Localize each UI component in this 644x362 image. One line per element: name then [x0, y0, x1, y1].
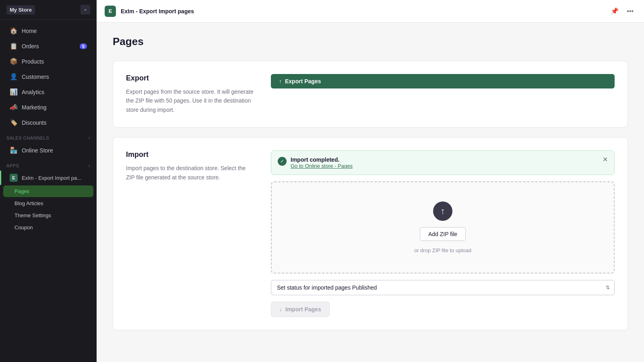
import-pages-button: ↓ Import Pages — [271, 302, 330, 317]
store-name: My Store — [6, 5, 35, 14]
sidebar-item-online-store[interactable]: 🏪 Online Store — [3, 143, 93, 158]
more-button[interactable]: ••• — [624, 6, 636, 16]
online-store-pages-link[interactable]: Go to Online store - Pages — [291, 163, 353, 169]
sidebar-marketing-label: Marketing — [22, 104, 46, 111]
topbar: E ExIm - Export Import pages 📌 ••• — [97, 0, 644, 23]
sidebar-item-marketing[interactable]: 📣 Marketing — [3, 100, 93, 115]
add-zip-button[interactable]: Add ZIP file — [420, 227, 466, 241]
sidebar-item-discounts[interactable]: 🏷️ Discounts — [3, 115, 93, 130]
import-section-left: Import Import pages to the destination s… — [126, 150, 255, 182]
page-title: Pages — [113, 35, 628, 48]
exim-app-icon: E — [10, 174, 18, 182]
sidebar-sub-item-theme-settings[interactable]: Theme Settings — [3, 210, 93, 221]
active-indicator — [0, 171, 1, 185]
sidebar-analytics-label: Analytics — [22, 89, 44, 95]
orders-badge: 5 — [80, 43, 87, 49]
topbar-actions: 📌 ••• — [608, 6, 636, 16]
sidebar-sub-item-blog-articles[interactable]: Blog Articles — [3, 197, 93, 209]
import-success-title: Import completed. — [291, 156, 353, 163]
sales-channels-section: Sales channels › — [0, 130, 97, 142]
orders-icon: 📋 — [10, 42, 18, 50]
import-card: Import Import pages to the destination s… — [113, 137, 628, 330]
upload-arrow-icon: ↑ — [433, 202, 452, 221]
upload-hint: or drop ZIP file to upload — [414, 247, 471, 253]
sales-channels-chevron: › — [88, 135, 90, 141]
analytics-icon: 📊 — [10, 88, 18, 96]
sidebar-sub-item-coupon[interactable]: Coupon — [3, 222, 93, 233]
home-icon: 🏠 — [10, 27, 18, 35]
sidebar-item-exim[interactable]: E ExIm - Export Import pa... — [3, 171, 93, 185]
import-section-right: ✓ Import completed. Go to Online store -… — [271, 150, 615, 317]
banner-close-button[interactable]: ✕ — [603, 156, 608, 163]
topbar-title: ExIm - Export Import pages — [121, 8, 194, 14]
import-button-label: Import Pages — [285, 306, 321, 313]
sidebar: My Store ▪ 🏠 Home 📋 Orders 5 📦 Products … — [0, 0, 97, 362]
export-description: Export pages from the source store. It w… — [126, 87, 255, 114]
export-button-label: Export Pages — [285, 78, 321, 84]
main-wrapper: E ExIm - Export Import pages 📌 ••• Pages… — [97, 0, 644, 362]
sidebar-item-home[interactable]: 🏠 Home — [3, 23, 93, 38]
import-button-wrapper: ↓ Import Pages — [271, 302, 615, 317]
import-success-text: Import completed. Go to Online store - P… — [291, 156, 353, 169]
export-card: Export Export pages from the source stor… — [113, 61, 628, 128]
blog-articles-label: Blog Articles — [14, 200, 43, 206]
sidebar-item-customers[interactable]: 👤 Customers — [3, 69, 93, 84]
sidebar-sub-item-pages[interactable]: Pages — [3, 185, 93, 197]
exim-app-label: ExIm - Export Import pa... — [22, 175, 81, 181]
export-section-row: Export Export pages from the source stor… — [113, 61, 627, 127]
main-content: Pages Export Export pages from the sourc… — [97, 23, 644, 362]
export-section-right: ↑ Export Pages — [271, 74, 615, 88]
sidebar-item-orders[interactable]: 📋 Orders 5 — [3, 39, 93, 53]
sidebar-home-label: Home — [22, 28, 37, 34]
status-select[interactable]: Set status for imported pages Published … — [271, 280, 615, 295]
import-success-content: ✓ Import completed. Go to Online store -… — [278, 156, 353, 169]
sidebar-products-label: Products — [22, 58, 44, 65]
products-icon: 📦 — [10, 58, 18, 65]
export-section-left: Export Export pages from the source stor… — [126, 74, 255, 114]
sidebar-header: My Store ▪ — [0, 0, 97, 20]
sidebar-online-store-label: Online Store — [22, 147, 53, 154]
apps-section: Apps › — [0, 158, 97, 170]
theme-settings-label: Theme Settings — [14, 212, 51, 218]
marketing-icon: 📣 — [10, 103, 18, 111]
status-select-wrapper: Set status for imported pages Published … — [271, 280, 615, 295]
pages-label: Pages — [14, 188, 29, 194]
sidebar-item-products[interactable]: 📦 Products — [3, 54, 93, 69]
import-section-row: Import Import pages to the destination s… — [113, 138, 627, 330]
sidebar-customers-label: Customers — [22, 74, 49, 80]
topbar-app-icon: E — [105, 6, 116, 17]
coupon-label: Coupon — [14, 224, 33, 230]
sidebar-item-analytics[interactable]: 📊 Analytics — [3, 84, 93, 99]
success-icon: ✓ — [278, 157, 287, 166]
apps-chevron: › — [88, 163, 90, 169]
app-exim-parent: E ExIm - Export Import pa... — [0, 171, 97, 185]
online-store-icon: 🏪 — [10, 146, 18, 154]
import-heading: Import — [126, 150, 255, 159]
customers-icon: 👤 — [10, 73, 18, 80]
export-pages-button[interactable]: ↑ Export Pages — [271, 74, 615, 88]
upload-area[interactable]: ↑ Add ZIP file or drop ZIP file to uploa… — [271, 181, 615, 274]
sidebar-orders-label: Orders — [22, 43, 39, 49]
export-button-icon: ↑ — [279, 78, 282, 84]
pin-button[interactable]: 📌 — [608, 6, 621, 16]
discounts-icon: 🏷️ — [10, 119, 18, 126]
import-success-banner: ✓ Import completed. Go to Online store -… — [271, 150, 615, 175]
sidebar-discounts-label: Discounts — [22, 119, 46, 126]
import-description: Import pages to the destination store. S… — [126, 164, 255, 182]
export-heading: Export — [126, 74, 255, 82]
import-button-icon: ↓ — [279, 306, 282, 313]
sidebar-nav: 🏠 Home 📋 Orders 5 📦 Products 👤 Customers… — [0, 20, 97, 237]
sidebar-expand-button[interactable]: ▪ — [80, 5, 90, 14]
